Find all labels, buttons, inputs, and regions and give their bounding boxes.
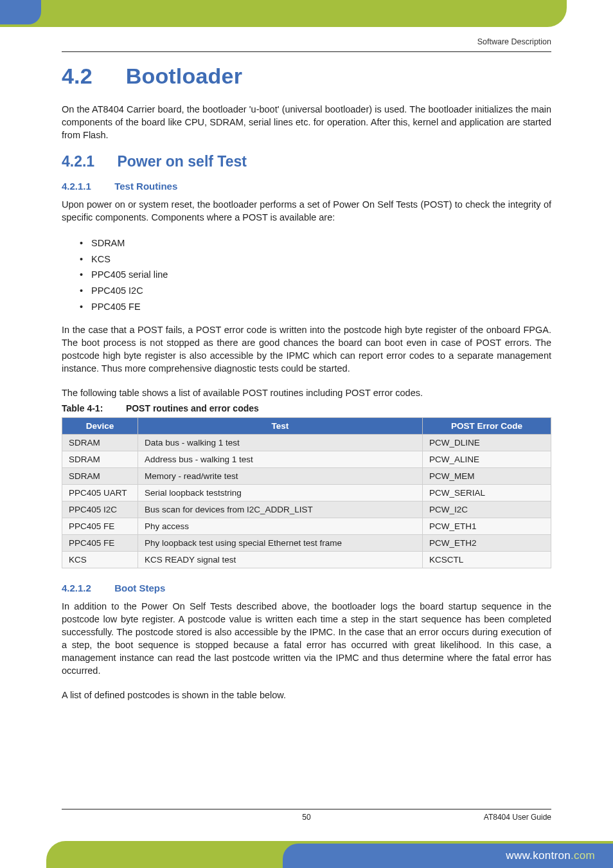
td: PCW_MEM (423, 468, 551, 485)
td: KCS READY signal test (138, 552, 423, 568)
footer-line: 50 AT8404 User Guide (62, 809, 551, 813)
table-row: KCSKCS READY signal testKCSCTL (62, 552, 551, 568)
footer-url-tld: .com (571, 849, 595, 862)
table-row: SDRAMMemory - read/write testPCW_MEM (62, 468, 551, 485)
para-post-fail: In the case that a POST fails, a POST er… (62, 323, 551, 375)
td: SDRAM (62, 468, 138, 485)
subsub-title-b: Boot Steps (114, 583, 165, 593)
list-item: PPC405 FE (80, 299, 551, 315)
td: PCW_I2C (423, 502, 551, 518)
list-item: PPC405 serial line (80, 267, 551, 283)
td: Memory - read/write test (138, 468, 423, 485)
td: PPC405 FE (62, 518, 138, 535)
td: PCW_DLINE (423, 435, 551, 451)
td: KCS (62, 552, 138, 568)
footer-blue-band: www.kontron.com (283, 844, 613, 868)
td: PCW_SERIAL (423, 485, 551, 502)
para-intro: On the AT8404 Carrier board, the bootloa… (62, 103, 551, 141)
table-row: PPC405 UARTSerial loopback teststringPCW… (62, 485, 551, 502)
section-number: 4.2 (62, 64, 120, 89)
td: SDRAM (62, 451, 138, 468)
table-caption-title: POST routines and error codes (126, 403, 259, 413)
td: Data bus - walking 1 test (138, 435, 423, 451)
subsubsection-heading-a: 4.2.1.1 Test Routines (62, 181, 551, 192)
td: Phy loopback test using special Ethernet… (138, 535, 423, 552)
td: Bus scan for devices from I2C_ADDR_LIST (138, 502, 423, 518)
header-green-band (0, 0, 567, 27)
post-routines-table: Device Test POST Error Code SDRAMData bu… (62, 417, 551, 568)
subsub-number-b: 4.2.1.2 (62, 583, 112, 593)
subsubsection-heading-b: 4.2.1.2 Boot Steps (62, 583, 551, 593)
table-row: PPC405 FEPhy accessPCW_ETH1 (62, 518, 551, 535)
subsection-heading: 4.2.1 Power on self Test (62, 153, 551, 170)
running-head: Software Description (62, 33, 551, 52)
para-post-intro: Upon power on or system reset, the bootl… (62, 198, 551, 224)
table-row: PPC405 FEPhy loopback test using special… (62, 535, 551, 552)
subsub-title-a: Test Routines (114, 181, 177, 192)
page-footer-decor: www.kontron.com (0, 828, 613, 868)
table-row: SDRAMData bus - walking 1 testPCW_DLINE (62, 435, 551, 451)
footer-url-domain: kontron (533, 849, 571, 862)
list-item: KCS (80, 251, 551, 267)
td: PPC405 UART (62, 485, 138, 502)
table-row: SDRAMAddress bus - walking 1 testPCW_ALI… (62, 451, 551, 468)
table-caption: Table 4-1: POST routines and error codes (62, 403, 551, 413)
td: KCSCTL (423, 552, 551, 568)
td: PPC405 I2C (62, 502, 138, 518)
table-row: PPC405 I2CBus scan for devices from I2C_… (62, 502, 551, 518)
td: Phy access (138, 518, 423, 535)
page-content: Software Description 4.2 Bootloader On t… (62, 33, 551, 713)
th-test: Test (138, 418, 423, 435)
para-postcodes-lead: A list of defined postcodes is shown in … (62, 689, 551, 701)
td: Address bus - walking 1 test (138, 451, 423, 468)
td: PPC405 FE (62, 535, 138, 552)
table-header-row: Device Test POST Error Code (62, 418, 551, 435)
td: Serial loopback teststring (138, 485, 423, 502)
list-item: SDRAM (80, 235, 551, 251)
subsub-number-a: 4.2.1.1 (62, 181, 112, 192)
section-title: Bootloader (126, 64, 242, 88)
table-caption-label: Table 4-1: (62, 403, 123, 413)
td: SDRAM (62, 435, 138, 451)
para-bootsteps: In addition to the Power On Self Tests d… (62, 600, 551, 677)
td: PCW_ETH2 (423, 535, 551, 552)
td: PCW_ETH1 (423, 518, 551, 535)
header-blue-tab (0, 0, 41, 24)
th-error: POST Error Code (423, 418, 551, 435)
footer-url-link[interactable]: www.kontron.com (506, 849, 595, 862)
th-device: Device (62, 418, 138, 435)
page-number: 50 (302, 813, 310, 822)
subsection-title: Power on self Test (117, 153, 247, 170)
list-item: PPC405 I2C (80, 283, 551, 299)
doc-title-footer: AT8404 User Guide (484, 813, 551, 822)
subsection-number: 4.2.1 (62, 153, 113, 170)
section-heading: 4.2 Bootloader (62, 64, 551, 89)
footer-url-www: www. (506, 849, 533, 862)
td: PCW_ALINE (423, 451, 551, 468)
para-table-lead: The following table shows a list of avai… (62, 386, 551, 399)
page-header-decor (0, 0, 613, 30)
post-component-list: SDRAM KCS PPC405 serial line PPC405 I2C … (80, 235, 551, 314)
